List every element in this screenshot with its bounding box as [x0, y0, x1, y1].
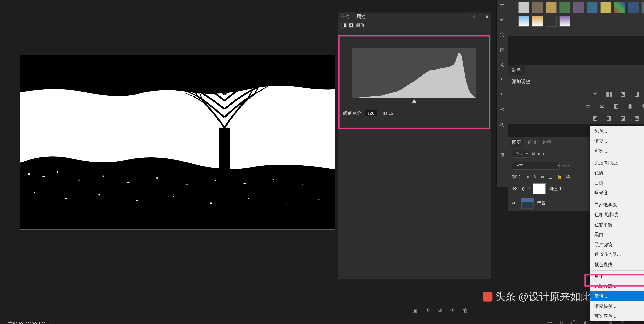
strip-3d-icon[interactable]: ◳: [499, 47, 506, 53]
view-previous-icon[interactable]: 👁: [425, 307, 430, 314]
menu-gradient-map[interactable]: 渐变映射...: [590, 301, 644, 311]
invert-icon[interactable]: ◩: [591, 113, 600, 122]
swatch[interactable]: [628, 2, 639, 13]
add-mask-icon[interactable]: ◯: [571, 320, 576, 324]
layer-mask-thumbnail[interactable]: [533, 184, 546, 194]
tab-info[interactable]: 信息: [341, 14, 350, 20]
swatch[interactable]: [587, 2, 598, 13]
blend-mode-select[interactable]: 正常: [512, 162, 560, 170]
threshold-icon[interactable]: ◪: [618, 113, 627, 122]
swatch[interactable]: [573, 2, 584, 13]
document-canvas[interactable]: [20, 55, 335, 229]
swatch-row-1: [510, 2, 644, 13]
tab-layers[interactable]: 图层: [510, 138, 523, 146]
curves-icon[interactable]: ⬔: [618, 90, 627, 98]
swatch[interactable]: [560, 16, 570, 27]
layer-name[interactable]: 阈值 1: [548, 186, 562, 192]
link-layers-icon[interactable]: ⊶: [547, 320, 552, 324]
visibility-toggle-icon[interactable]: 👁: [512, 200, 518, 206]
brightness-contrast-icon[interactable]: ☀: [591, 90, 600, 98]
lock-pixels-icon[interactable]: ⊞: [526, 174, 529, 179]
hue-sat-icon[interactable]: ▭: [584, 102, 592, 110]
clip-to-layer-icon[interactable]: ▣: [412, 307, 418, 314]
menu-solid-color[interactable]: 纯色...: [590, 126, 644, 136]
layer-fx-icon[interactable]: fx: [560, 320, 564, 324]
strip-link-icon[interactable]: ⟲: [499, 107, 506, 113]
strip-adjust-icon[interactable]: ⇄: [499, 2, 506, 9]
watermark: 头条 @设计原来如此: [483, 290, 591, 304]
adjustments-tab[interactable]: 调整: [508, 65, 525, 75]
menu-color-lookup[interactable]: 颜色查找...: [590, 260, 644, 269]
reset-icon[interactable]: ↺: [438, 307, 442, 314]
menu-threshold[interactable]: 阈值...: [590, 291, 644, 301]
strip-glyphs-icon[interactable]: ¶: [499, 92, 506, 98]
swatch[interactable]: [642, 2, 644, 13]
swatch[interactable]: [546, 16, 556, 27]
delete-adjustment-icon[interactable]: 🗑: [463, 307, 468, 314]
tab-channels[interactable]: 通道: [527, 139, 536, 145]
strip-cc-icon[interactable]: ◎: [499, 122, 506, 128]
strip-history-icon[interactable]: ⟲: [499, 17, 506, 24]
levels-icon[interactable]: ▮▮: [605, 90, 614, 98]
svg-rect-14: [65, 198, 67, 199]
menu-black-white[interactable]: 黑白...: [590, 230, 644, 240]
menu-photo-filter[interactable]: 照片滤镜...: [590, 240, 644, 249]
layer-name[interactable]: 背景: [537, 200, 546, 206]
channel-mixer-icon[interactable]: ⊗: [640, 102, 644, 110]
swatch[interactable]: [546, 2, 556, 13]
strip-paragraph-icon[interactable]: ¶: [499, 77, 506, 83]
swatch[interactable]: [518, 2, 529, 13]
menu-levels[interactable]: 色阶...: [590, 168, 644, 178]
menu-vibrance[interactable]: 自然饱和度...: [590, 200, 644, 210]
menu-brightness-contrast[interactable]: 亮度/对比度...: [590, 158, 644, 168]
swatch[interactable]: [518, 16, 529, 27]
canvas-area[interactable]: [0, 0, 338, 270]
visibility-toggle-icon[interactable]: 👁: [512, 186, 518, 192]
strip-grid-icon[interactable]: ⊞: [499, 152, 506, 158]
gradient-map-icon[interactable]: ▧: [632, 113, 641, 122]
posterize-icon[interactable]: ◨: [605, 113, 614, 122]
photo-filter-icon[interactable]: ◉: [626, 102, 634, 110]
filter-image-icon[interactable]: 🖼: [532, 152, 534, 155]
svg-rect-5: [103, 176, 104, 177]
menu-channel-mixer[interactable]: 通道混合器...: [590, 250, 644, 260]
lock-artboard-icon[interactable]: ▢: [548, 174, 552, 179]
lock-brush-icon[interactable]: ✎: [533, 174, 537, 179]
bw-icon[interactable]: ◧: [612, 102, 620, 110]
color-balance-icon[interactable]: ⚖: [598, 102, 606, 110]
swatch[interactable]: [614, 2, 625, 13]
exposure-icon[interactable]: ◨: [632, 90, 641, 98]
menu-exposure[interactable]: 曝光度...: [590, 188, 644, 198]
new-adjustment-icon[interactable]: ◐: [584, 320, 588, 324]
strip-type-icon[interactable]: A: [499, 62, 506, 68]
svg-rect-3: [57, 172, 58, 173]
menu-gradient[interactable]: 渐变...: [590, 136, 644, 146]
layer-thumbnail[interactable]: [521, 198, 534, 208]
swatch[interactable]: [560, 2, 570, 13]
status-bar: 文档:53.4M/53.0M ›: [8, 320, 51, 324]
tab-properties[interactable]: 属性: [356, 14, 366, 20]
menu-hue-saturation[interactable]: 色相/饱和度...: [590, 210, 644, 220]
menu-color-balance[interactable]: 色彩平衡...: [590, 220, 644, 230]
swatch[interactable]: [600, 2, 611, 13]
status-disclosure-icon[interactable]: ›: [50, 321, 51, 324]
add-adjustment-label: 添加调整: [508, 75, 644, 88]
menu-pattern[interactable]: 图案...: [590, 146, 644, 156]
toggle-visibility-icon[interactable]: 👁: [450, 307, 455, 314]
panel-menu-icon[interactable]: ≡: [486, 14, 488, 19]
filter-type-icon[interactable]: T: [543, 152, 544, 155]
lock-position-icon[interactable]: ⊕: [541, 174, 544, 179]
strip-crop-icon[interactable]: ⌐: [499, 137, 506, 143]
layer-filter-type[interactable]: 类型: [512, 150, 529, 158]
menu-curves[interactable]: 曲线...: [590, 178, 644, 188]
menu-selective-color[interactable]: 可选颜色...: [590, 311, 644, 321]
panel-collapse-icon[interactable]: >>: [472, 14, 477, 19]
strip-info-icon[interactable]: ⓘ: [499, 32, 506, 38]
lock-all-icon[interactable]: 🔒: [557, 174, 562, 179]
swatch[interactable]: [532, 16, 543, 27]
layer-mask-icon[interactable]: [349, 23, 354, 28]
swatch[interactable]: [532, 2, 543, 13]
tab-paths[interactable]: 路径: [542, 139, 552, 145]
filter-adjust-icon[interactable]: ◐: [538, 152, 540, 155]
svg-rect-2: [42, 176, 44, 177]
